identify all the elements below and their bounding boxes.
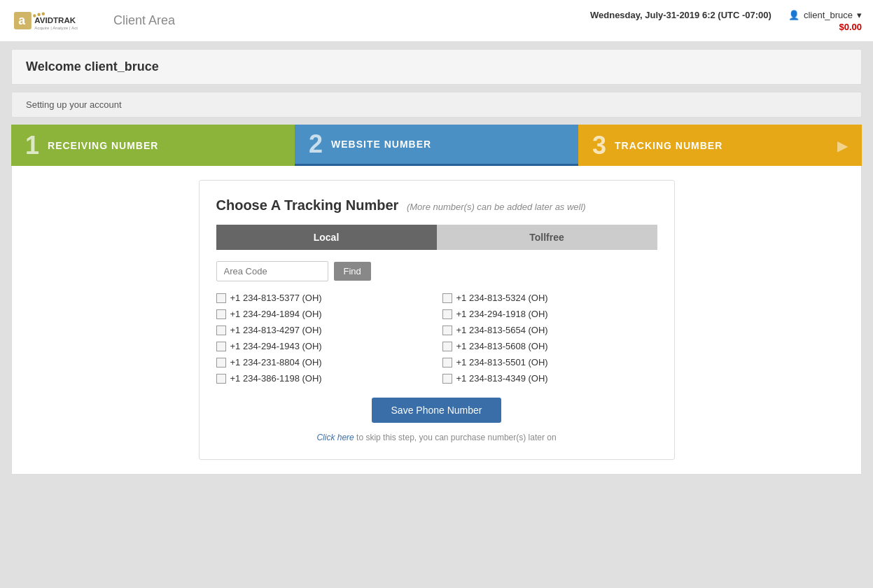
phone-number-label: +1 234-813-5501 (OH) (456, 357, 548, 368)
main-content: Choose A Tracking Number (More number(s)… (11, 166, 862, 475)
tracking-number-card: Choose A Tracking Number (More number(s)… (199, 180, 675, 460)
header-balance: $0.00 (839, 22, 862, 32)
save-phone-number-button[interactable]: Save Phone Number (372, 398, 502, 423)
phone-checkbox[interactable] (442, 293, 452, 303)
phone-checkbox[interactable] (216, 358, 226, 368)
setup-label: Setting up your account (26, 99, 122, 110)
logo-area: a AVIDTRAK Acquire | Analyze | Act Clien… (11, 7, 175, 35)
tab-local[interactable]: Local (216, 225, 437, 250)
phone-checkbox[interactable] (442, 309, 452, 319)
user-icon: 👤 (788, 10, 799, 20)
phone-checkbox[interactable] (216, 342, 226, 351)
step-3-num: 3 (592, 133, 606, 158)
header: a AVIDTRAK Acquire | Analyze | Act Clien… (0, 0, 873, 42)
search-row: Find (216, 261, 657, 281)
svg-text:Acquire | Analyze | Act: Acquire | Analyze | Act (34, 25, 78, 30)
username-label: client_bruce (804, 10, 853, 20)
step-tracking[interactable]: 3 TRACKING NUMBER ▶ (578, 125, 862, 166)
step-3-label: TRACKING NUMBER (615, 140, 722, 151)
phone-checkbox[interactable] (442, 374, 452, 384)
phone-item[interactable]: +1 234-813-5324 (OH) (442, 293, 657, 303)
phone-checkbox[interactable] (216, 374, 226, 384)
setup-bar: Setting up your account (11, 92, 862, 118)
header-title: Client Area (113, 13, 175, 28)
phone-item[interactable]: +1 234-294-1894 (OH) (216, 309, 431, 319)
card-title-row: Choose A Tracking Number (More number(s)… (216, 197, 657, 214)
phone-item[interactable]: +1 234-813-5654 (OH) (442, 325, 657, 335)
step-2-num: 2 (309, 132, 323, 157)
phone-item[interactable]: +1 234-294-1918 (OH) (442, 309, 657, 319)
welcome-text: Welcome client_bruce (26, 59, 159, 74)
phone-item[interactable]: +1 234-813-5608 (OH) (442, 341, 657, 351)
phone-checkbox[interactable] (442, 342, 452, 351)
step-website[interactable]: 2 WEBSITE NUMBER (295, 125, 578, 166)
save-button-row: Save Phone Number (216, 398, 657, 423)
phone-item[interactable]: +1 234-813-4297 (OH) (216, 325, 431, 335)
svg-point-4 (42, 12, 45, 15)
welcome-bar: Welcome client_bruce (11, 49, 862, 85)
phone-number-label: +1 234-294-1943 (OH) (230, 341, 322, 351)
card-title: Choose A Tracking Number (216, 197, 399, 213)
phone-checkbox[interactable] (442, 326, 452, 335)
find-button[interactable]: Find (334, 262, 371, 281)
phone-number-grid: +1 234-813-5377 (OH) +1 234-813-5324 (OH… (216, 293, 657, 384)
phone-item[interactable]: +1 234-294-1943 (OH) (216, 341, 431, 351)
area-code-input[interactable] (216, 261, 328, 281)
phone-number-label: +1 234-813-4297 (OH) (230, 325, 322, 335)
phone-item[interactable]: +1 234-231-8804 (OH) (216, 357, 431, 368)
step-receiving[interactable]: 1 RECEIVING NUMBER (11, 125, 295, 166)
step-2-label: WEBSITE NUMBER (331, 139, 431, 150)
step-1-label: RECEIVING NUMBER (48, 140, 158, 151)
logo-icon: a AVIDTRAK Acquire | Analyze | Act (11, 7, 95, 35)
phone-item[interactable]: +1 234-813-5377 (OH) (216, 293, 431, 303)
phone-checkbox[interactable] (442, 358, 452, 368)
skip-link[interactable]: Click here (316, 433, 354, 442)
phone-number-label: +1 234-813-4349 (OH) (456, 373, 548, 384)
header-datetime: Wednesday, July-31-2019 6:2 (UTC -07:00) (590, 10, 771, 20)
skip-text: to skip this step, you can purchase numb… (354, 433, 557, 442)
skip-row: Click here to skip this step, you can pu… (216, 433, 657, 442)
header-top-row: Wednesday, July-31-2019 6:2 (UTC -07:00)… (590, 10, 862, 20)
card-subtitle: (More number(s) can be added later as we… (407, 202, 586, 212)
steps-container: 1 RECEIVING NUMBER 2 WEBSITE NUMBER 3 TR… (11, 125, 862, 166)
phone-number-label: +1 234-813-5608 (OH) (456, 341, 548, 351)
phone-item[interactable]: +1 234-813-5501 (OH) (442, 357, 657, 368)
chevron-down-icon: ▾ (857, 10, 862, 20)
phone-item[interactable]: +1 234-386-1198 (OH) (216, 373, 431, 384)
number-type-tabs: Local Tollfree (216, 225, 657, 250)
phone-checkbox[interactable] (216, 293, 226, 303)
svg-point-3 (37, 13, 40, 15)
user-menu[interactable]: 👤 client_bruce ▾ (788, 10, 862, 20)
header-right: Wednesday, July-31-2019 6:2 (UTC -07:00)… (590, 10, 862, 32)
phone-number-label: +1 234-813-5324 (OH) (456, 293, 548, 303)
phone-number-label: +1 234-231-8804 (OH) (230, 357, 322, 368)
svg-text:AVIDTRAK: AVIDTRAK (34, 16, 76, 24)
phone-number-label: +1 234-813-5377 (OH) (230, 293, 322, 303)
svg-text:a: a (18, 13, 25, 27)
phone-number-label: +1 234-813-5654 (OH) (456, 325, 548, 335)
step-3-arrow-icon: ▶ (837, 137, 848, 154)
tab-tollfree[interactable]: Tollfree (437, 225, 657, 250)
phone-item[interactable]: +1 234-813-4349 (OH) (442, 373, 657, 384)
phone-checkbox[interactable] (216, 309, 226, 319)
phone-checkbox[interactable] (216, 326, 226, 335)
phone-number-label: +1 234-294-1894 (OH) (230, 309, 322, 319)
phone-number-label: +1 234-386-1198 (OH) (230, 373, 322, 384)
phone-number-label: +1 234-294-1918 (OH) (456, 309, 548, 319)
step-1-num: 1 (25, 133, 39, 158)
